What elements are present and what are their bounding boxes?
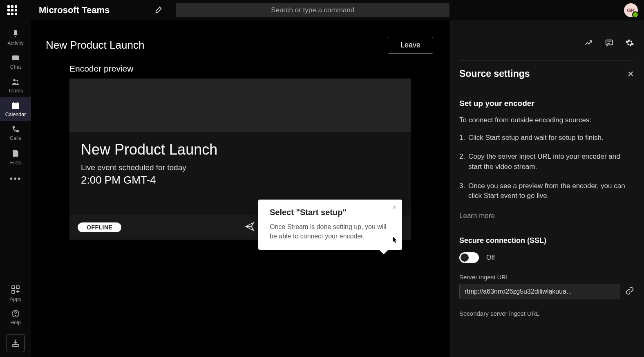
copy-link-icon[interactable] xyxy=(625,286,634,297)
panel-step: 3.Once you see a preview from the encode… xyxy=(459,181,634,201)
server-ingest-label: Server ingest URL xyxy=(459,274,634,281)
cursor-icon xyxy=(392,236,398,245)
nav-help[interactable]: Help xyxy=(0,305,31,329)
nav-more-icon[interactable]: ••• xyxy=(9,169,21,188)
svg-rect-12 xyxy=(13,345,19,347)
tooltip-close-icon[interactable]: × xyxy=(393,204,396,211)
status-badge: OFFLINE xyxy=(78,222,121,232)
coach-tooltip: × Select "Start setup" Once Stream is do… xyxy=(258,200,402,250)
nav-activity[interactable]: Activity xyxy=(0,25,31,50)
nav-files-label: Files xyxy=(10,160,21,166)
nav-calls-label: Calls xyxy=(10,135,21,141)
nav-files[interactable]: Files xyxy=(0,145,31,169)
nav-help-label: Help xyxy=(10,320,21,326)
analytics-icon[interactable] xyxy=(584,38,593,49)
ssl-heading: Secure connection (SSL) xyxy=(459,236,634,245)
server-ingest-url-field[interactable]: rtmp://a63nrrd26zg5u32diliwlakuua... xyxy=(459,284,620,299)
download-app-button[interactable] xyxy=(7,334,25,352)
search-input[interactable]: Search or type a command xyxy=(176,3,449,17)
svg-rect-7 xyxy=(12,286,15,289)
compose-icon[interactable] xyxy=(154,5,163,16)
apps-launcher-icon[interactable] xyxy=(6,4,18,16)
nav-chat-label: Chat xyxy=(10,64,21,70)
nav-calls[interactable]: Calls xyxy=(0,121,31,145)
tooltip-body: Once Stream is done setting up, you will… xyxy=(270,222,391,241)
svg-point-1 xyxy=(13,79,16,82)
qna-icon[interactable] xyxy=(605,38,614,49)
app-title: Microsoft Teams xyxy=(39,5,110,16)
secondary-ingest-label: Secondary server ingest URL xyxy=(459,310,634,317)
svg-point-2 xyxy=(16,80,18,81)
nav-teams-label: Teams xyxy=(8,88,23,94)
nav-apps-label: Apps xyxy=(10,296,22,302)
schedule-time: 2:00 PM GMT-4 xyxy=(81,174,399,186)
svg-rect-4 xyxy=(12,103,19,105)
send-icon[interactable] xyxy=(244,221,255,234)
panel-title: Source settings xyxy=(459,68,530,79)
nav-calendar-label: Calendar xyxy=(5,112,26,117)
event-name: New Product Launch xyxy=(81,141,399,158)
panel-subtitle: Set up your encoder xyxy=(459,99,634,108)
svg-rect-9 xyxy=(12,290,15,293)
encoder-preview-label: Encoder preview xyxy=(69,64,449,74)
panel-step: 2.Copy the server inject URL into your e… xyxy=(459,152,634,172)
nav-calendar[interactable]: Calendar xyxy=(0,97,31,121)
preview-placeholder xyxy=(69,79,411,132)
gear-icon[interactable] xyxy=(625,38,634,49)
svg-rect-0 xyxy=(12,56,19,60)
source-settings-panel: Source settings ✕ Set up your encoder To… xyxy=(449,20,644,357)
leave-button[interactable]: Leave xyxy=(388,37,433,54)
ssl-toggle[interactable] xyxy=(459,252,479,263)
avatar[interactable]: GK xyxy=(624,3,638,17)
nav-apps[interactable]: Apps xyxy=(0,281,31,305)
svg-rect-14 xyxy=(606,40,613,45)
schedule-label: Live event scheduled for today xyxy=(81,163,399,172)
left-nav: Activity Chat Teams Calendar Calls Files… xyxy=(0,20,31,357)
tooltip-title: Select "Start setup" xyxy=(270,208,391,217)
nav-teams[interactable]: Teams xyxy=(0,74,31,97)
svg-point-11 xyxy=(15,315,16,316)
ssl-state-label: Off xyxy=(486,254,495,261)
page-title: New Product Launch xyxy=(46,39,144,52)
svg-rect-8 xyxy=(16,286,19,289)
panel-close-icon[interactable]: ✕ xyxy=(627,69,634,79)
learn-more-link[interactable]: Learn more xyxy=(459,212,495,220)
panel-intro: To connect from outside encoding sources… xyxy=(459,115,634,126)
panel-step: 1.Click Start setup and wait for setup t… xyxy=(459,133,634,143)
nav-chat[interactable]: Chat xyxy=(0,50,31,74)
nav-activity-label: Activity xyxy=(7,40,24,46)
